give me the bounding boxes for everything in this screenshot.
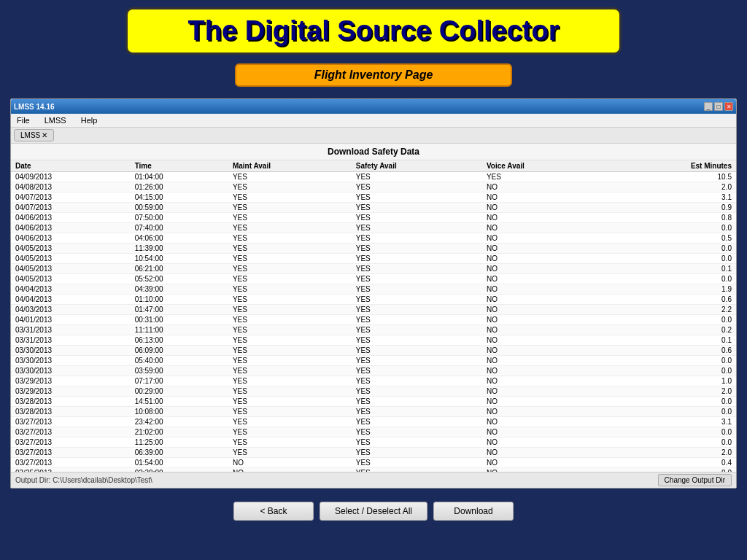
table-row[interactable]: 04/03/201301:47:00YESYESNO2.2 [11, 305, 736, 315]
status-bar: Output Dir: C:\Users\dcailab\Desktop\Tes… [11, 472, 736, 488]
cell-10-1: 05:52:00 [131, 274, 228, 284]
table-row[interactable]: 03/29/201300:29:00YESYESNO2.0 [11, 386, 736, 397]
cell-27-0: 03/27/2013 [11, 448, 131, 458]
table-row[interactable]: 03/31/201311:11:00YESYESNO0.2 [11, 325, 736, 335]
back-button[interactable]: < Back [233, 502, 314, 521]
toolbar: LMSS ✕ [11, 128, 736, 144]
table-row[interactable]: 04/05/201306:21:00YESYESNO0.1 [11, 264, 736, 274]
table-row[interactable]: 03/29/201307:17:00YESYESNO1.0 [11, 376, 736, 386]
cell-20-2: YES [228, 376, 352, 386]
table-row[interactable]: 04/06/201304:06:00YESYESNO0.5 [11, 233, 736, 244]
table-row[interactable]: 04/06/201307:40:00YESYESNO0.0 [11, 223, 736, 233]
table-row[interactable]: 04/07/201300:59:00YESYESNO0.9 [11, 203, 736, 213]
table-row[interactable]: 04/06/201307:50:00YESYESNO0.8 [11, 213, 736, 223]
cell-8-4: NO [482, 254, 605, 264]
table-row[interactable]: 04/08/201301:26:00YESYESNO2.0 [11, 182, 736, 192]
cell-3-4: NO [482, 203, 605, 213]
table-row[interactable]: 03/27/201321:02:00YESYESNO0.0 [11, 427, 736, 438]
change-output-dir-button[interactable]: Change Output Dir [658, 474, 732, 486]
cell-14-2: YES [228, 315, 352, 325]
cell-0-0: 04/09/2013 [11, 172, 131, 182]
menu-file[interactable]: File [14, 115, 33, 125]
table-row[interactable]: 03/28/201314:51:00YESYESNO0.0 [11, 397, 736, 407]
table-row[interactable]: 04/09/201301:04:00YESYESYES10.5 [11, 172, 736, 182]
cell-15-4: NO [482, 325, 605, 335]
header-section: The Digital Source Collector Flight Inve… [0, 0, 747, 93]
cell-23-4: NO [482, 407, 605, 417]
cell-2-1: 04:15:00 [131, 192, 228, 203]
cell-18-4: NO [482, 356, 605, 366]
cell-8-1: 10:54:00 [131, 254, 228, 264]
cell-1-1: 01:26:00 [131, 182, 228, 192]
cell-26-2: YES [228, 438, 352, 448]
cell-8-3: YES [352, 254, 482, 264]
cell-21-5: 2.0 [605, 386, 736, 397]
col-maint: Maint Avail [228, 160, 352, 172]
table-row[interactable]: 03/27/201323:42:00YESYESNO3.1 [11, 417, 736, 427]
cell-11-2: YES [228, 284, 352, 295]
cell-3-0: 04/07/2013 [11, 203, 131, 213]
cell-13-3: YES [352, 305, 482, 315]
cell-11-3: YES [352, 284, 482, 295]
cell-21-1: 00:29:00 [131, 386, 228, 397]
cell-18-1: 05:40:00 [131, 356, 228, 366]
table-row[interactable]: 04/05/201310:54:00YESYESNO0.0 [11, 254, 736, 264]
download-button[interactable]: Download [433, 502, 514, 521]
cell-4-2: YES [228, 213, 352, 223]
cell-17-3: YES [352, 346, 482, 356]
cell-4-3: YES [352, 213, 482, 223]
cell-20-3: YES [352, 376, 482, 386]
select-deselect-button[interactable]: Select / Deselect All [320, 502, 427, 521]
cell-21-4: NO [482, 386, 605, 397]
table-row[interactable]: 04/01/201300:31:00YESYESNO0.0 [11, 315, 736, 325]
col-safety: Safety Avail [352, 160, 482, 172]
cell-7-2: YES [228, 244, 352, 254]
table-row[interactable]: 03/30/201305:40:00YESYESNO0.0 [11, 356, 736, 366]
minimize-button[interactable]: _ [704, 102, 713, 111]
table-row[interactable]: 04/07/201304:15:00YESYESNO3.1 [11, 192, 736, 203]
table-row[interactable]: 03/27/201311:25:00YESYESNO0.0 [11, 438, 736, 448]
table-row[interactable]: 03/31/201306:13:00YESYESNO0.1 [11, 335, 736, 346]
cell-3-2: YES [228, 203, 352, 213]
menu-help[interactable]: Help [78, 115, 101, 125]
cell-25-4: NO [482, 427, 605, 438]
cell-0-3: YES [352, 172, 482, 182]
table-row[interactable]: 03/27/201306:39:00YESYESNO2.0 [11, 448, 736, 458]
table-row[interactable]: 04/05/201305:52:00YESYESNO0.0 [11, 274, 736, 284]
table-row[interactable]: 04/04/201301:10:00YESYESNO0.6 [11, 295, 736, 305]
cell-5-3: YES [352, 223, 482, 233]
cell-23-5: 0.0 [605, 407, 736, 417]
table-row[interactable]: 03/28/201310:08:00YESYESNO0.0 [11, 407, 736, 417]
cell-5-4: NO [482, 223, 605, 233]
close-button[interactable]: ✕ [724, 102, 733, 111]
table-row[interactable]: 03/30/201306:09:00YESYESNO0.6 [11, 346, 736, 356]
toolbar-lmss-button[interactable]: LMSS ✕ [14, 129, 54, 141]
cell-19-4: NO [482, 366, 605, 376]
menu-lmss[interactable]: LMSS [42, 115, 69, 125]
cell-6-5: 0.5 [605, 233, 736, 244]
table-row[interactable]: 03/27/201301:54:00NOYESNO0.4 [11, 458, 736, 468]
cell-24-3: YES [352, 417, 482, 427]
cell-25-1: 21:02:00 [131, 427, 228, 438]
section-header: Download Safety Data [11, 144, 736, 160]
cell-10-5: 0.0 [605, 274, 736, 284]
cell-19-2: YES [228, 366, 352, 376]
table-row[interactable]: 03/30/201303:59:00YESYESNO0.0 [11, 366, 736, 376]
cell-19-3: YES [352, 366, 482, 376]
cell-5-5: 0.0 [605, 223, 736, 233]
maximize-button[interactable]: □ [714, 102, 723, 111]
col-date: Date [11, 160, 131, 172]
cell-17-0: 03/30/2013 [11, 346, 131, 356]
data-table-area[interactable]: Download Safety Data Date Time Maint Ava… [11, 144, 736, 472]
table-header-row: Date Time Maint Avail Safety Avail Voice… [11, 160, 736, 172]
cell-7-1: 11:39:00 [131, 244, 228, 254]
cell-24-5: 3.1 [605, 417, 736, 427]
table-row[interactable]: 04/04/201304:39:00YESYESNO1.9 [11, 284, 736, 295]
cell-20-5: 1.0 [605, 376, 736, 386]
cell-25-3: YES [352, 427, 482, 438]
table-row[interactable]: 04/05/201311:39:00YESYESNO0.0 [11, 244, 736, 254]
cell-15-2: YES [228, 325, 352, 335]
window-title: LMSS 14.16 [14, 103, 55, 111]
cell-27-1: 06:39:00 [131, 448, 228, 458]
cell-10-0: 04/05/2013 [11, 274, 131, 284]
